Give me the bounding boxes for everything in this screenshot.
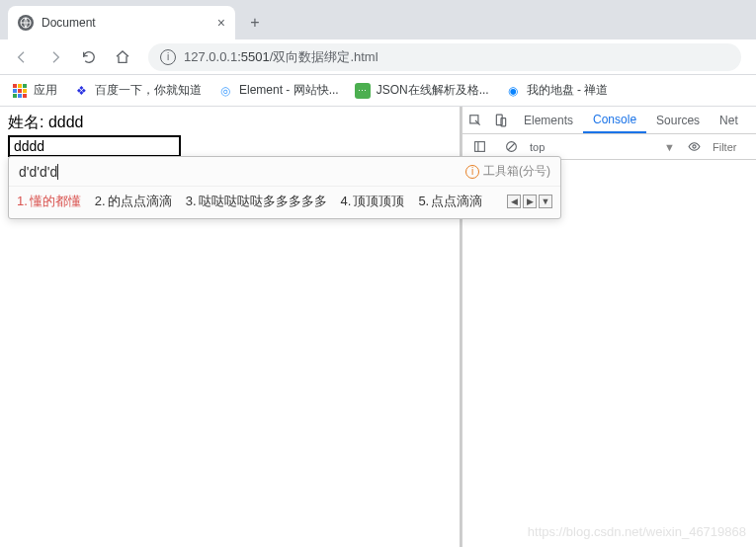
ime-candidate[interactable]: 5.点点滴滴: [418, 193, 482, 210]
reload-button[interactable]: [75, 43, 103, 71]
ime-dropdown-icon[interactable]: ▼: [539, 195, 552, 208]
ime-candidate[interactable]: 1.懂的都懂: [17, 193, 81, 210]
ime-popup: d'd'd'd i工具箱(分号) 1.懂的都懂 2.的点点滴滴 3.哒哒哒哒哒多…: [8, 156, 561, 219]
ime-composition: d'd'd'd: [19, 164, 58, 180]
bound-value: dddd: [48, 114, 84, 130]
url-host: 127.0.0.1: [184, 49, 237, 64]
url-path: /双向数据绑定.html: [270, 48, 378, 66]
home-button[interactable]: [109, 43, 136, 71]
tab-strip: Document × +: [0, 0, 756, 39]
zentao-icon: ◉: [505, 83, 521, 99]
tab-elements[interactable]: Elements: [514, 107, 583, 133]
new-tab-button[interactable]: +: [241, 9, 269, 37]
inspect-icon[interactable]: [462, 114, 488, 127]
back-button[interactable]: [8, 43, 36, 71]
svg-point-8: [692, 145, 695, 148]
element-icon: ◎: [217, 83, 233, 99]
address-bar[interactable]: i 127.0.0.1:5501/双向数据绑定.html: [148, 43, 741, 71]
ime-candidates: 1.懂的都懂 2.的点点滴滴 3.哒哒哒哒哒多多多多多 4.顶顶顶顶 5.点点滴…: [9, 186, 560, 218]
clear-icon[interactable]: [498, 140, 524, 153]
svg-rect-4: [474, 142, 484, 152]
name-label: 姓名: dddd: [8, 113, 452, 133]
json-icon: ⋯: [355, 83, 371, 99]
name-input[interactable]: [8, 135, 181, 157]
ime-candidate[interactable]: 4.顶顶顶顶: [341, 193, 405, 210]
bookmark-item[interactable]: ◉我的地盘 - 禅道: [505, 82, 609, 99]
ime-prev-icon[interactable]: ◀: [507, 195, 521, 208]
browser-toolbar: i 127.0.0.1:5501/双向数据绑定.html: [0, 39, 756, 75]
filter-input[interactable]: [713, 141, 752, 153]
ime-toolbox[interactable]: i工具箱(分号): [465, 163, 550, 180]
globe-icon: [18, 15, 34, 31]
forward-button[interactable]: [42, 43, 69, 71]
chevron-down-icon: ▼: [664, 141, 675, 153]
tab-network[interactable]: Net: [710, 107, 748, 133]
bookmark-item[interactable]: ❖百度一下，你就知道: [73, 82, 202, 99]
info-icon[interactable]: i: [160, 49, 176, 65]
context-selector[interactable]: top▼: [530, 141, 675, 153]
apps-label: 应用: [34, 82, 57, 99]
bookmarks-bar: 应用 ❖百度一下，你就知道 ◎Element - 网站快... ⋯JSON在线解…: [0, 75, 756, 107]
tab-sources[interactable]: Sources: [646, 107, 710, 133]
device-icon[interactable]: [488, 114, 514, 127]
tab-console[interactable]: Console: [583, 107, 646, 133]
bookmark-item[interactable]: ◎Element - 网站快...: [217, 82, 339, 99]
ime-candidate[interactable]: 3.哒哒哒哒哒多多多多多: [186, 193, 327, 210]
ime-candidate[interactable]: 2.的点点滴滴: [95, 193, 172, 210]
warning-icon: i: [465, 165, 479, 179]
ime-next-icon[interactable]: ▶: [523, 195, 537, 208]
ime-pager: ◀ ▶ ▼: [507, 195, 552, 208]
bookmark-item[interactable]: ⋯JSON在线解析及格...: [355, 82, 489, 99]
apps-icon: [12, 83, 28, 99]
tab-title: Document: [42, 16, 210, 30]
baidu-icon: ❖: [73, 83, 89, 99]
browser-tab[interactable]: Document ×: [8, 6, 235, 39]
page-content: 姓名: dddd d'd'd'd i工具箱(分号) 1.懂的都懂 2.的点点滴滴…: [0, 107, 462, 547]
eye-icon[interactable]: [681, 140, 707, 153]
sidebar-toggle-icon[interactable]: [466, 140, 492, 153]
url-port: :5501: [237, 49, 270, 64]
close-icon[interactable]: ×: [217, 15, 225, 31]
svg-line-7: [508, 143, 515, 150]
devtools-tabs: Elements Console Sources Net: [462, 107, 756, 134]
apps-button[interactable]: 应用: [12, 82, 57, 99]
